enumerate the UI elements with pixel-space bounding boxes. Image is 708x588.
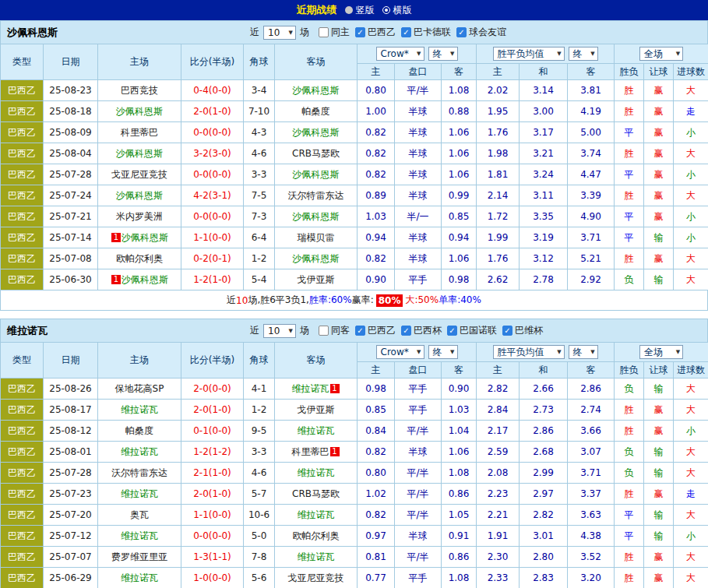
odds-final-select[interactable]: 终▼ [428, 47, 458, 61]
scope-select[interactable]: 全场▼ [639, 47, 683, 61]
away-team-name[interactable]: 维拉诺瓦 [292, 383, 329, 394]
date-cell: 25-07-08 [44, 248, 98, 269]
away-team-name[interactable]: 沙佩科恩斯 [293, 127, 340, 138]
avg-odds-select[interactable]: 胜平负均值▼ [493, 345, 565, 359]
home-team-name[interactable]: 巴西竞技 [121, 85, 158, 96]
score-cell[interactable]: 4-2(3-1) [181, 185, 244, 206]
score-cell[interactable]: 0-0(0-0) [181, 122, 244, 143]
score-cell[interactable]: 0-2(0-1) [181, 248, 244, 269]
home-team-name[interactable]: 沙佩科恩斯 [116, 148, 163, 159]
score-cell[interactable]: 0-4(0-0) [181, 80, 244, 101]
score-cell[interactable]: 0-0(0-0) [181, 526, 244, 547]
corner-cell: 4-1 [244, 379, 275, 400]
away-team-name[interactable]: 沃尔特雷东达 [288, 190, 344, 201]
filter-checkbox[interactable]: 巴维杯 [502, 324, 543, 337]
filter-checkbox[interactable]: 球会友谊 [456, 26, 506, 39]
checked-checkbox-icon[interactable] [355, 27, 365, 37]
score-cell[interactable]: 1-1(0-0) [181, 227, 244, 248]
filter-checkbox[interactable]: 巴西杯 [401, 324, 442, 337]
away-team-name[interactable]: 瑞模贝雷 [298, 232, 335, 243]
filter-checkbox[interactable]: 同客 [319, 324, 350, 337]
home-team-name[interactable]: 沙佩科恩斯 [122, 232, 168, 243]
avg-lose-odds-cell: 3.07 [568, 442, 615, 463]
score-cell[interactable]: 0-1(0-0) [181, 421, 244, 442]
filter-checkbox[interactable]: 巴国诺联 [447, 324, 497, 337]
unchecked-checkbox-icon[interactable] [319, 27, 329, 37]
match-count-select[interactable]: 10▼ [263, 324, 296, 338]
unchecked-checkbox-icon[interactable] [319, 326, 329, 336]
score-cell[interactable]: 2-1(1-0) [181, 463, 244, 484]
away-team-name[interactable]: 沙佩科恩斯 [293, 253, 340, 264]
home-team-name[interactable]: 保地花高SP [115, 383, 164, 394]
odds-source-select[interactable]: Crow*▼ [376, 345, 424, 359]
away-team-name[interactable]: 戈伊亚斯 [298, 404, 335, 415]
away-team-name[interactable]: 欧帕尔利奥 [293, 530, 340, 541]
home-team-name[interactable]: 沙佩科恩斯 [116, 190, 163, 201]
home-team-name[interactable]: 沙佩科恩斯 [116, 106, 163, 117]
avg-final-select[interactable]: 终▼ [569, 345, 598, 359]
away-team-name[interactable]: 沙佩科恩斯 [293, 85, 340, 96]
scope-select[interactable]: 全场▼ [639, 345, 683, 359]
score-cell[interactable]: 2-0(1-0) [181, 101, 244, 122]
away-team-name[interactable]: 维拉诺瓦 [298, 467, 335, 478]
filter-checkbox[interactable]: 巴卡德联 [401, 26, 451, 39]
home-team-name[interactable]: 奥瓦 [130, 509, 149, 520]
checked-checkbox-icon[interactable] [401, 27, 411, 37]
avg-final-select[interactable]: 终▼ [569, 47, 598, 61]
score-cell[interactable]: 1-0(0-0) [181, 568, 244, 588]
home-team-name[interactable]: 沃尔特雷东达 [111, 467, 167, 478]
checked-checkbox-icon[interactable] [447, 326, 457, 336]
away-team-name[interactable]: 戈亚尼亚竞技 [288, 572, 344, 583]
home-team-name[interactable]: 维拉诺瓦 [121, 446, 158, 457]
score-cell[interactable]: 1-3(1-1) [181, 547, 244, 568]
score-cell[interactable]: 2-0(1-0) [181, 400, 244, 421]
score-cell[interactable]: 0-0(0-0) [181, 206, 244, 227]
home-team-name[interactable]: 欧帕尔利奥 [116, 253, 163, 264]
away-team-name[interactable]: 沙佩科恩斯 [293, 169, 340, 180]
score-cell[interactable]: 0-0(0-0) [181, 164, 244, 185]
home-team-name[interactable]: 帕桑度 [125, 425, 153, 436]
home-team-cell: 沙佩科恩斯 [98, 185, 181, 206]
checked-checkbox-icon[interactable] [502, 326, 513, 336]
layout-radio[interactable]: 横版 [382, 4, 412, 17]
score-cell[interactable]: 3-2(3-0) [181, 143, 244, 164]
unselected-radio-icon[interactable] [345, 6, 353, 14]
score-cell[interactable]: 1-2(1-2) [181, 442, 244, 463]
checked-checkbox-icon[interactable] [355, 326, 365, 336]
home-team-name[interactable]: 科里蒂巴 [121, 127, 158, 138]
away-team-name[interactable]: 维拉诺瓦 [298, 551, 335, 562]
away-team-name[interactable]: CRB马瑟欧 [292, 488, 340, 499]
home-team-name[interactable]: 维拉诺瓦 [121, 530, 158, 541]
score-cell[interactable]: 2-0(1-0) [181, 484, 244, 505]
home-team-name[interactable]: 米内罗美洲 [116, 211, 163, 222]
goals-result-cell: 小 [674, 164, 708, 185]
home-team-cell: 维拉诺瓦 [98, 568, 181, 588]
score-cell[interactable]: 1-1(0-0) [181, 505, 244, 526]
home-team-name[interactable]: 维拉诺瓦 [121, 572, 158, 583]
away-team-name[interactable]: 科里蒂巴 [292, 446, 329, 457]
away-team-name[interactable]: 维拉诺瓦 [298, 509, 335, 520]
home-team-name[interactable]: 戈亚尼亚竞技 [111, 169, 167, 180]
away-team-name[interactable]: 戈伊亚斯 [298, 274, 335, 285]
selected-radio-icon[interactable] [382, 6, 390, 14]
home-team-name[interactable]: 维拉诺瓦 [121, 404, 158, 415]
filter-checkbox[interactable]: 巴西乙 [355, 324, 396, 337]
away-team-name[interactable]: 沙佩科恩斯 [293, 211, 340, 222]
home-team-name[interactable]: 维拉诺瓦 [121, 488, 158, 499]
layout-radio[interactable]: 竖版 [345, 4, 375, 17]
score-cell[interactable]: 1-2(1-0) [181, 269, 244, 290]
home-team-name[interactable]: 费罗维亚里亚 [111, 551, 167, 562]
away-team-name[interactable]: 帕桑度 [302, 106, 330, 117]
away-team-name[interactable]: 维拉诺瓦 [298, 425, 335, 436]
avg-odds-select[interactable]: 胜平负均值▼ [493, 47, 565, 61]
filter-checkbox[interactable]: 同主 [319, 26, 350, 39]
home-team-name[interactable]: 沙佩科恩斯 [122, 274, 168, 285]
odds-final-select[interactable]: 终▼ [428, 345, 458, 359]
away-team-name[interactable]: CRB马瑟欧 [292, 148, 340, 159]
match-count-select[interactable]: 10▼ [263, 26, 296, 40]
score-cell[interactable]: 2-0(0-0) [181, 379, 244, 400]
checked-checkbox-icon[interactable] [401, 326, 411, 336]
filter-checkbox[interactable]: 巴西乙 [355, 26, 396, 39]
checked-checkbox-icon[interactable] [456, 27, 467, 37]
odds-source-select[interactable]: Crow*▼ [376, 47, 424, 61]
